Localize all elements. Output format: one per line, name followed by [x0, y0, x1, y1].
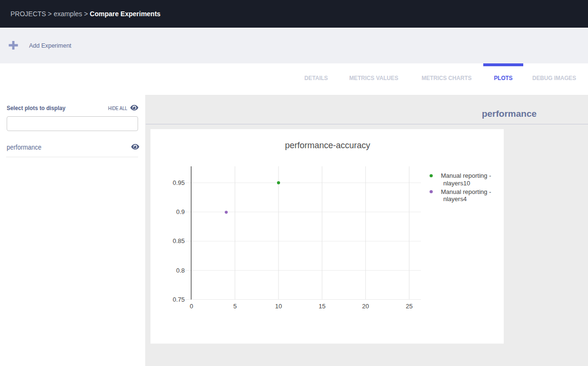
svg-text:Manual reporting -: Manual reporting - [441, 188, 491, 195]
svg-text:25: 25 [406, 303, 412, 310]
svg-text:nlayers10: nlayers10 [443, 180, 470, 187]
svg-text:nlayers4: nlayers4 [443, 195, 467, 203]
svg-text:10: 10 [275, 303, 282, 310]
svg-text:0.8: 0.8 [176, 267, 185, 274]
svg-text:0.85: 0.85 [173, 237, 185, 244]
svg-text:0.9: 0.9 [176, 208, 185, 215]
svg-text:0: 0 [189, 303, 193, 310]
svg-text:0.75: 0.75 [173, 296, 185, 303]
svg-text:15: 15 [319, 303, 325, 310]
svg-text:20: 20 [362, 303, 369, 310]
svg-text:performance-accuracy: performance-accuracy [285, 141, 370, 150]
svg-text:Manual reporting -: Manual reporting - [441, 172, 491, 179]
svg-text:0.95: 0.95 [173, 179, 185, 186]
svg-text:5: 5 [233, 303, 237, 310]
